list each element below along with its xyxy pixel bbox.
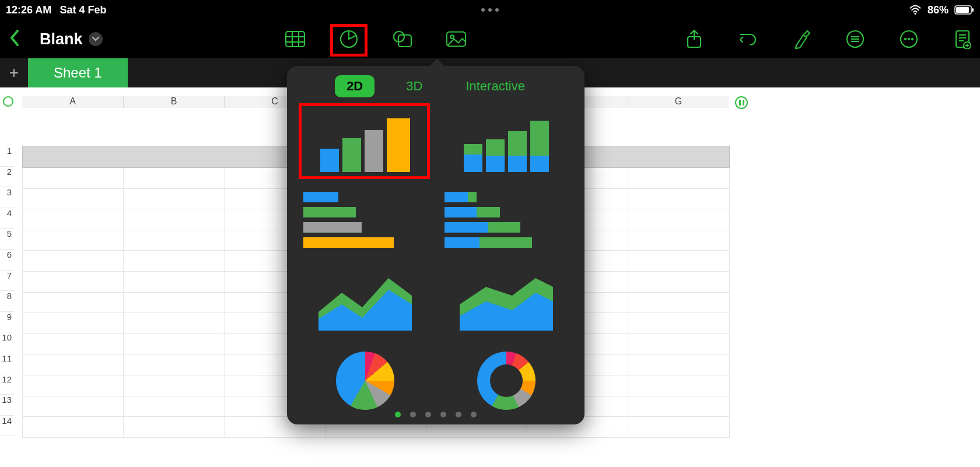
col-header[interactable]: G [628, 96, 729, 108]
insert-chart-button[interactable] [338, 29, 359, 50]
svg-point-0 [914, 13, 916, 15]
segment-label: 2D [346, 79, 363, 93]
row-header[interactable]: 11 [0, 353, 14, 374]
col-header[interactable]: B [123, 96, 224, 108]
popover-arrow-icon [430, 59, 444, 66]
svg-rect-4 [286, 31, 304, 47]
insert-media-button[interactable] [446, 29, 467, 50]
insert-shape-button[interactable] [392, 29, 413, 50]
page-indicator[interactable] [287, 412, 584, 417]
sheet-tab-label: Sheet 1 [54, 65, 102, 81]
chart-option-stacked-column[interactable] [444, 108, 568, 172]
row-header[interactable]: 7 [0, 271, 14, 292]
row-header[interactable]: 9 [0, 312, 14, 333]
status-bar: 12:26 AM Sat 4 Feb 86% [0, 0, 980, 20]
chart-option-stacked-bar[interactable] [444, 187, 568, 251]
svg-rect-2 [956, 7, 969, 13]
select-all-handle[interactable] [3, 96, 13, 107]
chart-picker-popover: 2D 3D Interactive [287, 66, 584, 424]
battery-percent: 86% [928, 4, 949, 16]
row-header[interactable]: 5 [0, 229, 14, 250]
status-date: Sat 4 Feb [60, 4, 106, 16]
row-headers[interactable]: 1 2 3 4 5 6 7 8 9 10 11 12 13 14 [0, 146, 14, 436]
new-record-button[interactable] [952, 29, 973, 50]
insert-table-button[interactable] [285, 29, 306, 50]
row-header[interactable]: 3 [0, 187, 14, 208]
page-dot[interactable] [471, 412, 477, 417]
action-group [684, 29, 973, 50]
chart-option-column[interactable] [303, 108, 427, 172]
segment-label: Interactive [466, 79, 525, 93]
row-header[interactable]: 14 [0, 416, 14, 437]
row-header[interactable]: 12 [0, 374, 14, 395]
row-header[interactable]: 8 [0, 291, 14, 312]
status-time: 12:26 AM [6, 4, 51, 16]
multitask-dots-icon[interactable] [481, 8, 499, 12]
chart-dimension-segment: 2D 3D Interactive [303, 75, 568, 97]
battery-icon [954, 5, 974, 15]
document-title[interactable]: Blank [40, 30, 83, 48]
row-header[interactable]: 1 [0, 146, 14, 167]
insert-group [285, 29, 467, 50]
segment-2d[interactable]: 2D [335, 75, 374, 97]
page-dot[interactable] [425, 412, 431, 417]
page-dot[interactable] [395, 412, 401, 417]
chart-option-area[interactable] [303, 266, 427, 331]
row-header[interactable]: 4 [0, 208, 14, 229]
chart-option-bar[interactable] [303, 187, 427, 251]
more-button[interactable] [898, 29, 919, 50]
page-dot[interactable] [440, 412, 446, 417]
chart-option-stacked-area[interactable] [444, 266, 568, 331]
back-button[interactable] [7, 26, 22, 52]
add-sheet-button[interactable]: + [0, 58, 28, 87]
col-header[interactable]: A [22, 96, 123, 108]
row-header[interactable]: 13 [0, 395, 14, 416]
share-button[interactable] [684, 29, 705, 50]
wifi-icon [909, 5, 922, 15]
column-add-handle[interactable] [735, 96, 748, 109]
svg-point-22 [911, 38, 914, 40]
row-header[interactable]: 6 [0, 250, 14, 271]
svg-point-21 [908, 38, 910, 40]
toolbar: Blank [0, 20, 980, 58]
page-dot[interactable] [456, 412, 461, 417]
undo-button[interactable] [737, 29, 758, 50]
chart-thumbnail-grid [303, 108, 568, 410]
page-dot[interactable] [410, 412, 416, 417]
format-brush-button[interactable] [791, 29, 812, 50]
svg-point-13 [450, 35, 454, 38]
cell-actions-button[interactable] [845, 29, 866, 50]
svg-rect-3 [972, 8, 974, 12]
chart-option-donut[interactable] [444, 346, 568, 410]
segment-3d[interactable]: 3D [394, 75, 434, 97]
sheet-tab[interactable]: Sheet 1 [28, 58, 128, 87]
row-header[interactable]: 10 [0, 332, 14, 353]
chart-option-pie[interactable] [303, 346, 427, 410]
title-menu-button[interactable] [89, 32, 103, 46]
row-header[interactable]: 2 [0, 167, 14, 188]
svg-point-20 [904, 38, 907, 40]
segment-label: 3D [406, 79, 422, 93]
segment-interactive[interactable]: Interactive [454, 75, 537, 97]
